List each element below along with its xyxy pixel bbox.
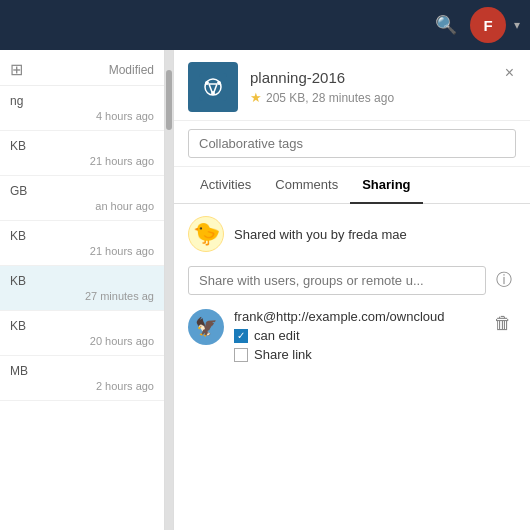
file-item-time: 21 hours ago: [10, 155, 154, 167]
file-item-time: 2 hours ago: [10, 380, 154, 392]
list-item[interactable]: KB 21 hours ago: [0, 131, 164, 176]
file-list-items: ng 4 hours ago KB 21 hours ago GB an hou…: [0, 86, 164, 530]
share-link-permission-row: Share link: [234, 347, 480, 362]
user-avatar[interactable]: F: [470, 7, 506, 43]
file-detail-panel: planning-2016 ★ 205 KB, 28 minutes ago ×…: [173, 50, 530, 530]
scrollbar-thumb[interactable]: [166, 70, 172, 130]
file-item-name: GB: [10, 184, 154, 198]
tweety-avatar: 🐤: [188, 216, 224, 252]
info-icon[interactable]: ⓘ: [492, 266, 516, 295]
can-edit-checkbox[interactable]: ✓: [234, 329, 248, 343]
tab-activities[interactable]: Activities: [188, 167, 263, 204]
file-name: planning-2016: [250, 69, 516, 86]
file-type-icon: [188, 62, 238, 112]
sharee-email: frank@http://example.com/owncloud: [234, 309, 480, 324]
tags-section: [174, 121, 530, 167]
can-edit-permission-row: ✓ can edit: [234, 328, 480, 343]
list-item[interactable]: KB 21 hours ago: [0, 221, 164, 266]
list-item[interactable]: ng 4 hours ago: [0, 86, 164, 131]
shared-by-banner: 🐤 Shared with you by freda mae: [188, 216, 516, 252]
file-item-name: KB: [10, 319, 154, 333]
file-item-name: ng: [10, 94, 154, 108]
file-item-name: MB: [10, 364, 154, 378]
share-users-input[interactable]: [188, 266, 486, 295]
file-item-name: KB: [10, 229, 154, 243]
scrollbar[interactable]: [165, 50, 173, 530]
delete-sharee-button[interactable]: 🗑: [490, 311, 516, 336]
file-item-time: an hour ago: [10, 200, 154, 212]
file-item-time: 20 hours ago: [10, 335, 154, 347]
list-item[interactable]: KB 20 hours ago: [0, 311, 164, 356]
file-size-modified: 205 KB, 28 minutes ago: [266, 91, 394, 105]
account-menu-chevron-icon[interactable]: ▾: [514, 18, 520, 32]
file-item-name: KB: [10, 139, 154, 153]
close-button[interactable]: ×: [499, 60, 520, 86]
file-item-time: 21 hours ago: [10, 245, 154, 257]
main-layout: ⊞ Modified ng 4 hours ago KB 21 hours ag…: [0, 50, 530, 530]
file-info: planning-2016 ★ 205 KB, 28 minutes ago: [250, 69, 516, 105]
list-item[interactable]: MB 2 hours ago: [0, 356, 164, 401]
collaborative-tags-input[interactable]: [188, 129, 516, 158]
list-item[interactable]: GB an hour ago: [0, 176, 164, 221]
sharee-info: frank@http://example.com/owncloud ✓ can …: [234, 309, 480, 362]
tab-comments[interactable]: Comments: [263, 167, 350, 204]
file-list-header: ⊞ Modified: [0, 50, 164, 86]
sharee-avatar: 🦅: [188, 309, 224, 345]
share-link-checkbox[interactable]: [234, 348, 248, 362]
sharee-permissions: ✓ can edit Share link: [234, 328, 480, 362]
shared-by-text: Shared with you by freda mae: [234, 227, 407, 242]
sharing-content: 🐤 Shared with you by freda mae ⓘ 🦅 frank…: [174, 204, 530, 530]
list-item[interactable]: KB 27 minutes ag: [0, 266, 164, 311]
file-item-name: KB: [10, 274, 154, 288]
star-icon[interactable]: ★: [250, 90, 262, 105]
file-item-time: 27 minutes ag: [10, 290, 154, 302]
file-item-time: 4 hours ago: [10, 110, 154, 122]
file-list-panel: ⊞ Modified ng 4 hours ago KB 21 hours ag…: [0, 50, 165, 530]
svg-rect-0: [199, 73, 227, 101]
tab-sharing[interactable]: Sharing: [350, 167, 422, 204]
share-input-row: ⓘ: [188, 266, 516, 295]
modified-column-header: Modified: [109, 63, 154, 77]
share-link-label: Share link: [254, 347, 312, 362]
sharee-row: 🦅 frank@http://example.com/owncloud ✓ ca…: [188, 309, 516, 362]
avatar-initials: F: [483, 17, 492, 34]
grid-view-icon[interactable]: ⊞: [10, 60, 23, 79]
tabs-bar: Activities Comments Sharing: [174, 167, 530, 204]
file-meta: ★ 205 KB, 28 minutes ago: [250, 90, 516, 105]
can-edit-label: can edit: [254, 328, 300, 343]
file-detail-header: planning-2016 ★ 205 KB, 28 minutes ago ×: [174, 50, 530, 121]
search-icon[interactable]: 🔍: [430, 9, 462, 41]
topbar: 🔍 F ▾: [0, 0, 530, 50]
